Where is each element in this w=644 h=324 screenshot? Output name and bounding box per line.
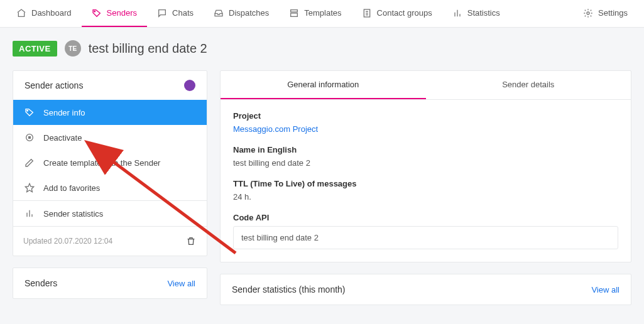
status-badge: ACTIVE [13,41,57,57]
sender-actions-card: Sender actions Sender info Deactivate Cr… [13,70,207,256]
sender-statistics-card: Sender statistics (this month) View all [220,274,631,305]
field-value-name-en: test billing end date 2 [233,158,618,168]
view-all-link[interactable]: View all [167,279,195,288]
compose-icon [25,158,35,168]
svg-point-10 [587,12,589,14]
tab-sender-details[interactable]: Sender details [426,71,631,99]
nav-label: Statistics [467,8,500,18]
field-label-ttl: TTL (Time To Live) of messages [233,179,618,188]
nav-dashboard[interactable]: Dashboard [6,0,82,27]
star-icon [25,183,35,193]
gear-icon [583,8,593,18]
avatar: TE [65,40,81,57]
nav-label: Templates [304,8,341,18]
field-label-project: Project [233,111,618,121]
svg-rect-13 [28,136,31,139]
nav-settings[interactable]: Settings [573,0,638,27]
svg-point-11 [27,111,28,112]
bar-chart-icon [25,208,35,219]
svg-point-0 [94,11,95,12]
delete-button[interactable] [185,235,197,247]
menu-label: Deactivate [43,133,82,143]
card-title: Sender actions [25,80,83,90]
project-link[interactable]: Messaggio.com Project [233,124,318,134]
svg-rect-1 [291,9,298,11]
action-deactivate[interactable]: Deactivate [13,125,207,150]
updated-label: Updated 20.07.2020 12:04 [23,237,112,246]
svg-rect-2 [291,13,298,16]
view-all-link[interactable]: View all [591,285,619,294]
menu-label: Create template with the Sender [43,158,160,168]
nav-label: Dashboard [31,8,72,18]
field-value-ttl: 24 h. [233,192,618,202]
action-sender-statistics[interactable]: Sender statistics [13,201,207,226]
field-label-code-api: Code API [233,213,618,222]
nav-senders[interactable]: Senders [82,0,147,27]
senders-card: Senders View all [13,267,207,299]
title-bar: ACTIVE TE test billing end date 2 [13,40,631,57]
nav-label: Dispatches [229,8,269,18]
trash-icon [186,236,196,246]
nav-statistics[interactable]: Statistics [442,0,510,27]
chat-icon [157,8,167,18]
page-title: test billing end date 2 [89,41,207,56]
nav-label: Senders [107,8,137,18]
viber-icon [184,80,195,91]
menu-label: Add to favorites [43,183,100,193]
nav-label: Settings [598,8,628,18]
action-add-favorites[interactable]: Add to favorites [13,175,207,200]
inbox-icon [214,8,224,18]
stop-icon [25,132,35,143]
code-api-box[interactable]: test billing end date 2 [233,226,618,249]
menu-label: Sender info [43,108,85,117]
tag-icon [25,107,35,117]
top-nav: Dashboard Senders Chats Dispatches Templ… [0,0,644,28]
card-title: Senders [25,278,57,288]
action-create-template[interactable]: Create template with the Sender [13,150,207,175]
nav-dispatches[interactable]: Dispatches [204,0,279,27]
bar-chart-icon [452,8,462,18]
nav-templates[interactable]: Templates [279,0,351,27]
tag-icon [92,8,102,18]
menu-label: Sender statistics [43,209,103,219]
nav-label: Chats [172,8,194,18]
nav-contact-groups[interactable]: Contact groups [352,0,442,27]
svg-marker-14 [25,183,33,192]
card-title: Sender statistics (this month) [232,284,346,294]
tab-general-info[interactable]: General information [221,71,426,99]
templates-icon [289,8,299,18]
nav-chats[interactable]: Chats [147,0,204,27]
nav-label: Contact groups [377,8,432,18]
action-sender-info[interactable]: Sender info [13,100,207,125]
general-info-card: General information Sender details Proje… [220,70,631,262]
home-icon [16,8,26,18]
field-label-name-en: Name in English [233,145,618,154]
contact-groups-icon [362,8,372,18]
